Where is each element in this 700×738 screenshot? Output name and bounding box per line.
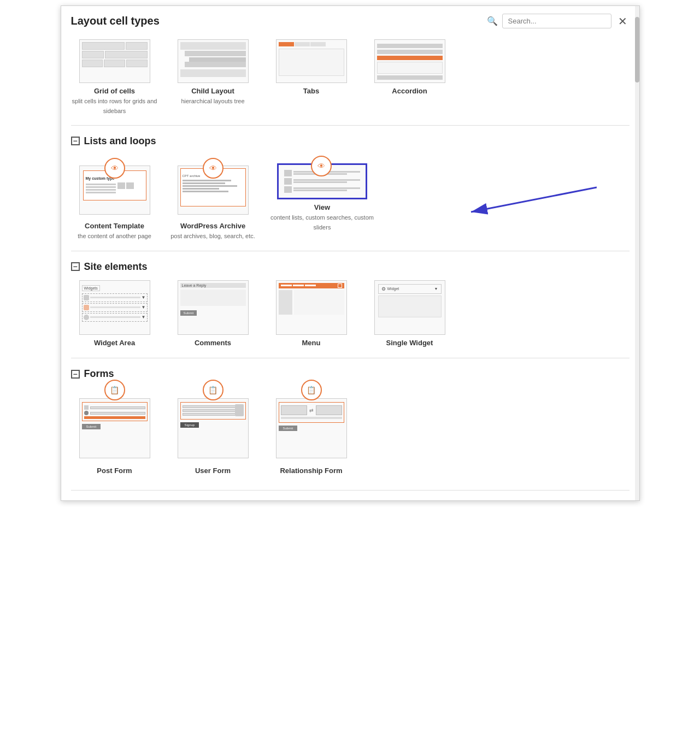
cell-item-grid-of-cells[interactable]: Grid of cells split cells into rows for …	[71, 39, 158, 116]
single-widget-label: Single Widget	[386, 338, 433, 348]
post-form-thumb: Submit	[79, 398, 150, 458]
cell-item-wordpress-archive[interactable]: 👁 CPT archive	[169, 155, 257, 241]
comments-thumb: Leave a Reply Submit	[178, 280, 249, 335]
lists-loops-header: − Lists and loops	[71, 126, 630, 155]
header-right: 🔍 ✕	[487, 14, 630, 28]
top-row: Grid of cells split cells into rows for …	[71, 34, 630, 126]
site-elements-title: Site elements	[84, 261, 148, 273]
scrollbar-track[interactable]	[635, 6, 639, 500]
content-template-label: Content Template the content of another …	[78, 221, 151, 241]
accordion-thumb	[374, 39, 445, 83]
cell-item-relationship-form[interactable]: 📋 ⇄	[268, 387, 355, 476]
collapse-forms-icon[interactable]: −	[71, 370, 80, 379]
relationship-form-thumb: ⇄ Submit	[276, 398, 347, 458]
child-layout-thumb	[178, 39, 249, 83]
forms-header: − Forms	[71, 358, 630, 387]
cell-item-user-form[interactable]: 📋 Signup	[169, 387, 257, 476]
grid-of-cells-label: Grid of cells split cells into rows for …	[71, 86, 158, 116]
close-button[interactable]: ✕	[616, 16, 630, 27]
child-layout-label: Child Layout hierarchical layouts tree	[181, 86, 244, 106]
clipboard-icon-3: 📋	[307, 386, 316, 394]
tabs-label: Tabs	[303, 86, 319, 96]
post-form-label: Post Form	[97, 466, 132, 476]
user-form-thumb: Signup	[178, 398, 249, 458]
eye-icon: 👁	[111, 164, 119, 173]
scrollbar-thumb[interactable]	[635, 17, 639, 82]
cell-item-child-layout[interactable]: Child Layout hierarchical layouts tree	[169, 39, 257, 116]
site-elements-header: − Site elements	[71, 251, 630, 280]
user-form-label: User Form	[195, 466, 231, 476]
cpt-archive-label: CPT archive	[183, 174, 201, 178]
lists-loops-row: 👁 My custom type	[71, 155, 630, 251]
view-label: View content lists, custom searches, cus…	[268, 203, 377, 233]
search-input[interactable]	[502, 14, 611, 28]
cell-item-menu[interactable]: Menu	[268, 280, 355, 348]
grid-of-cells-thumb	[79, 39, 150, 83]
arrow-svg	[455, 182, 597, 226]
cell-item-tabs[interactable]: Tabs	[268, 39, 355, 116]
section-forms: − Forms 📋	[71, 358, 630, 491]
clipboard-icon-2: 📋	[208, 386, 217, 394]
eye-icon-2: 👁	[209, 164, 217, 173]
view-row-2	[284, 178, 360, 185]
section-site-elements: − Site elements Widgets ▼	[71, 251, 630, 358]
cell-item-accordion[interactable]: Accordion	[366, 39, 454, 116]
post-form-submit-btn: Submit	[82, 424, 101, 429]
user-form-badge: 📋	[203, 380, 223, 400]
view-row-3	[284, 186, 360, 193]
accordion-label: Accordion	[392, 86, 427, 96]
relationship-form-submit-btn: Submit	[279, 426, 298, 431]
widget-area-label: Widget Area	[94, 338, 135, 348]
cell-item-single-widget[interactable]: ⚙ Widget ▼ Single Widget	[366, 280, 454, 348]
tabs-thumb	[276, 39, 347, 83]
view-thumb-wrap: 👁	[277, 155, 367, 199]
search-icon: 🔍	[487, 16, 498, 26]
view-badge: 👁	[311, 156, 332, 176]
wordpress-archive-label: WordPress Archive post archives, blog, s…	[170, 221, 255, 241]
forms-row: 📋	[71, 387, 630, 486]
wordpress-archive-thumb-wrap: 👁 CPT archive	[178, 155, 249, 218]
post-form-badge: 📋	[104, 380, 125, 400]
comments-label: Comments	[195, 338, 231, 348]
relationship-form-label: Relationship Form	[280, 466, 342, 476]
user-form-submit-btn: Signup	[180, 422, 199, 428]
svg-line-1	[471, 187, 597, 212]
collapse-site-elements-icon[interactable]: −	[71, 262, 80, 271]
content-template-thumb-wrap: 👁 My custom type	[79, 155, 150, 218]
eye-icon-3: 👁	[317, 162, 325, 170]
forms-title: Forms	[84, 368, 114, 380]
modal-header: Layout cell types 🔍 ✕	[61, 6, 639, 34]
collapse-lists-icon[interactable]: −	[71, 137, 80, 145]
arrow-indicator	[455, 182, 597, 227]
content-template-badge: 👁	[104, 158, 125, 179]
modal-container: Layout cell types 🔍 ✕	[61, 5, 640, 501]
cell-item-content-template[interactable]: 👁 My custom type	[71, 155, 158, 241]
single-widget-thumb: ⚙ Widget ▼	[374, 280, 445, 335]
wordpress-archive-badge: 👁	[203, 158, 223, 179]
forms-divider	[71, 490, 630, 491]
cell-item-post-form[interactable]: 📋	[71, 387, 158, 476]
cell-item-view[interactable]: 👁	[268, 155, 377, 241]
site-elements-row: Widgets ▼ ▼	[71, 280, 630, 358]
section-lists-and-loops: − Lists and loops 👁 My custom type	[71, 126, 630, 251]
menu-thumb	[276, 280, 347, 335]
clipboard-icon: 📋	[110, 386, 119, 394]
cell-item-widget-area[interactable]: Widgets ▼ ▼	[71, 280, 158, 348]
widget-area-thumb: Widgets ▼ ▼	[79, 280, 150, 335]
modal-title: Layout cell types	[71, 15, 160, 27]
cell-item-comments[interactable]: Leave a Reply Submit Comments	[169, 280, 257, 348]
menu-label: Menu	[302, 338, 321, 348]
modal-body: Grid of cells split cells into rows for …	[61, 34, 639, 500]
relationship-form-badge: 📋	[301, 380, 322, 400]
lists-loops-title: Lists and loops	[84, 135, 156, 147]
